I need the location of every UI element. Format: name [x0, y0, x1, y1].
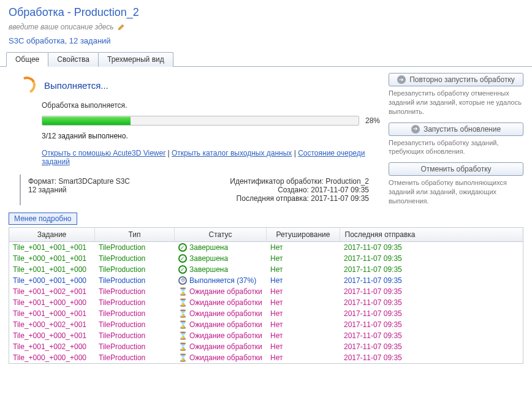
tab-general[interactable]: Общее: [6, 52, 48, 67]
link-open-viewer[interactable]: Открыть с помощью Acute3D Viewer: [42, 149, 165, 157]
tab-bar: Общее Свойства Трехмерный вид: [0, 51, 532, 66]
progress-percent: 28%: [365, 116, 380, 125]
table-row[interactable]: Tile_+001_+000_+001TileProduction⌛Ожидан…: [9, 308, 523, 319]
cell-status: ⌛Ожидание обработки: [175, 287, 267, 296]
run-status-title: Выполняется...: [44, 80, 108, 91]
description-placeholder[interactable]: введите ваше описание здесь: [9, 23, 114, 31]
resubmit-button-label: Повторно запустить обработку: [409, 75, 515, 84]
cell-last: 2017-11-07 09:35: [340, 331, 420, 341]
cell-type: TileProduction: [95, 298, 175, 307]
status-waiting-icon: ⌛: [178, 331, 187, 340]
cell-type: TileProduction: [95, 243, 175, 252]
cell-task: Tile_+000_+000_+001: [9, 331, 95, 341]
summary-line: S3C обработка, 12 заданий: [9, 36, 523, 45]
col-task[interactable]: Задание: [9, 228, 95, 241]
status-waiting-icon: ⌛: [178, 298, 187, 307]
page-title: Обработка - Production_2: [9, 6, 523, 19]
cell-last: 2017-11-07 09:35: [340, 276, 420, 285]
tab-properties[interactable]: Свойства: [48, 52, 99, 67]
table-row[interactable]: Tile_+000_+002_+001TileProduction⌛Ожидан…: [9, 319, 523, 330]
resubmit-button[interactable]: ➔ Повторно запустить обработку: [389, 73, 523, 86]
arrow-right-icon: ➔: [411, 125, 420, 134]
cell-task: Tile_+001_+000_+000: [9, 298, 95, 307]
jobs-table: Задание Тип Статус Ретуширование Последн…: [9, 227, 523, 364]
update-desc: Перезапустить обработку заданий, требующ…: [389, 138, 523, 157]
cell-retouch: Нет: [267, 298, 340, 307]
table-row[interactable]: Tile_+001_+002_+001TileProduction⌛Ожидан…: [9, 286, 523, 297]
meta-box: Формат: Smart3DCapture S3C 12 заданий Ид…: [20, 175, 374, 205]
cell-type: TileProduction: [95, 331, 175, 341]
links-row: Открыть с помощью Acute3D Viewer | Откры…: [42, 149, 380, 166]
spinner-icon: [16, 74, 38, 96]
status-waiting-icon: ⌛: [178, 287, 187, 296]
less-details-button[interactable]: Менее подробно: [9, 213, 77, 225]
cell-status: ⌛Ожидание обработки: [175, 298, 267, 307]
table-row[interactable]: Tile_+000_+001_+001TileProduction✓Заверш…: [9, 253, 523, 264]
cell-task: Tile_+000_+000_+000: [9, 353, 95, 363]
status-waiting-icon: ⌛: [178, 353, 187, 362]
cell-task: Tile_+000_+001_+000: [9, 276, 95, 285]
cell-type: TileProduction: [95, 309, 175, 319]
cell-retouch: Нет: [267, 309, 340, 319]
cell-type: TileProduction: [95, 254, 175, 263]
cancel-button-label: Отменить обработку: [420, 165, 491, 173]
cancel-desc: Отменить обработку выполняющихся заданий…: [389, 178, 523, 206]
edit-icon[interactable]: [118, 23, 125, 31]
status-done-icon: ✓: [178, 243, 187, 252]
cell-retouch: Нет: [267, 243, 340, 252]
col-type[interactable]: Тип: [95, 228, 175, 241]
col-last[interactable]: Последняя отправка: [340, 228, 420, 241]
cell-retouch: Нет: [267, 276, 340, 285]
progress-fill: [42, 116, 131, 125]
cell-task: Tile_+001_+002_+001: [9, 287, 95, 296]
cell-retouch: Нет: [267, 265, 340, 274]
cell-last: 2017-11-07 09:35: [340, 298, 420, 307]
cell-last: 2017-11-07 09:35: [340, 254, 420, 263]
cell-retouch: Нет: [267, 320, 340, 330]
link-open-output[interactable]: Открыть каталог выходных данных: [172, 149, 292, 157]
run-status-subtitle: Обработка выполняется.: [42, 101, 380, 110]
progress-bar: [42, 116, 359, 126]
tasks-done-label: 3/12 заданий выполнено.: [42, 132, 380, 140]
status-waiting-icon: ⌛: [178, 342, 187, 351]
cell-last: 2017-11-07 09:35: [340, 353, 420, 363]
cell-last: 2017-11-07 09:35: [340, 287, 420, 296]
table-row[interactable]: Tile_+000_+000_+001TileProduction⌛Ожидан…: [9, 330, 523, 341]
cell-retouch: Нет: [267, 353, 340, 363]
col-retouch[interactable]: Ретуширование: [267, 228, 340, 241]
cell-task: Tile_+000_+002_+001: [9, 320, 95, 330]
table-row[interactable]: Tile_+001_+001_+000TileProduction✓Заверш…: [9, 264, 523, 275]
table-row[interactable]: Tile_+000_+001_+000TileProduction⚙Выполн…: [9, 275, 523, 286]
cell-last: 2017-11-07 09:35: [340, 320, 420, 330]
cell-status: ⚙Выполняется (37%): [175, 276, 267, 285]
table-row[interactable]: Tile_+001_+002_+000TileProduction⌛Ожидан…: [9, 341, 523, 352]
table-row[interactable]: Tile_+000_+000_+000TileProduction⌛Ожидан…: [9, 352, 523, 363]
cell-type: TileProduction: [95, 287, 175, 296]
table-row[interactable]: Tile_+001_+000_+000TileProduction⌛Ожидан…: [9, 297, 523, 308]
update-button-label: Запустить обновление: [424, 125, 501, 134]
cell-task: Tile_+001_+001_+001: [9, 243, 95, 252]
cell-type: TileProduction: [95, 353, 175, 363]
col-status[interactable]: Статус: [175, 228, 267, 241]
cell-status: ⌛Ожидание обработки: [175, 331, 267, 341]
cell-type: TileProduction: [95, 276, 175, 285]
cell-type: TileProduction: [95, 320, 175, 330]
cell-status: ⌛Ожидание обработки: [175, 309, 267, 319]
meta-format: Формат: Smart3DCapture S3C: [28, 177, 130, 186]
meta-task-count: 12 заданий: [28, 186, 130, 194]
cell-task: Tile_+001_+000_+001: [9, 309, 95, 319]
cell-retouch: Нет: [267, 287, 340, 296]
arrow-right-icon: ➔: [397, 75, 406, 84]
status-done-icon: ✓: [178, 265, 187, 274]
cell-retouch: Нет: [267, 254, 340, 263]
cell-type: TileProduction: [95, 265, 175, 274]
cancel-button[interactable]: Отменить обработку: [389, 162, 523, 176]
update-button[interactable]: ➔ Запустить обновление: [389, 123, 523, 136]
jobs-table-header: Задание Тип Статус Ретуширование Последн…: [9, 228, 523, 242]
cell-retouch: Нет: [267, 342, 340, 352]
cell-task: Tile_+001_+001_+000: [9, 265, 95, 274]
table-row[interactable]: Tile_+001_+001_+001TileProduction✓Заверш…: [9, 242, 523, 253]
tab-3d-view[interactable]: Трехмерный вид: [98, 52, 173, 67]
cell-status: ⌛Ожидание обработки: [175, 342, 267, 352]
cell-status: ✓Завершена: [175, 243, 267, 252]
